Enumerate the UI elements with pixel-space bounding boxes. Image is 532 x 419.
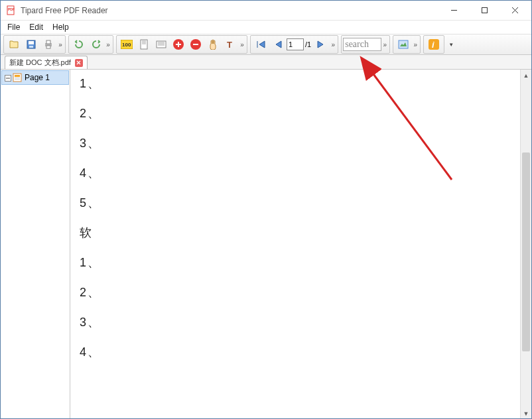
svg-rect-7 <box>29 41 34 44</box>
rotate-left-button[interactable] <box>71 36 87 52</box>
scroll-thumb[interactable] <box>522 152 530 351</box>
zoom-out-button[interactable] <box>188 36 204 52</box>
maximize-button[interactable] <box>469 1 499 20</box>
menu-file[interactable]: File <box>3 22 24 32</box>
svg-text:100: 100 <box>122 42 131 48</box>
hand-tool-button[interactable] <box>205 36 221 52</box>
tree-collapse-icon[interactable] <box>5 74 11 81</box>
page-total-label: /1 <box>304 40 312 48</box>
toolbar-group-info: i <box>423 35 444 54</box>
vertical-scrollbar[interactable]: ▲ ▼ <box>520 70 531 419</box>
fit-width-button[interactable] <box>153 36 169 52</box>
page-number-input[interactable] <box>287 38 304 50</box>
snapshot-button[interactable] <box>395 36 411 52</box>
info-button[interactable]: i <box>426 36 442 52</box>
scroll-up-icon[interactable]: ▲ <box>521 70 531 81</box>
svg-rect-19 <box>399 40 408 48</box>
first-page-button[interactable] <box>253 36 269 52</box>
menubar: File Edit Help <box>1 21 531 34</box>
svg-text:i: i <box>432 40 434 50</box>
sidebar-page-thumbnail[interactable]: Page 1 <box>1 70 69 85</box>
toolbar-group-nav: /1 » <box>250 35 338 54</box>
toolbar-group-snapshot: » <box>393 35 421 54</box>
tabbar: 新建 DOC 文档.pdf <box>1 55 531 70</box>
zoom-100-button[interactable]: 100 <box>119 36 135 52</box>
document-tab[interactable]: 新建 DOC 文档.pdf <box>5 56 88 69</box>
titlebar: PDF Tipard Free PDF Reader <box>1 1 531 21</box>
expander-icon[interactable]: » <box>57 41 64 48</box>
text-select-button[interactable]: T <box>222 36 238 52</box>
minimize-button[interactable] <box>438 1 469 20</box>
print-button[interactable] <box>40 36 56 52</box>
doc-text-line: 4、 <box>80 346 515 358</box>
doc-text-line: 3、 <box>80 137 515 149</box>
doc-text-line: 3、 <box>80 316 515 328</box>
save-button[interactable] <box>23 36 39 52</box>
svg-rect-26 <box>15 78 20 78</box>
app-icon: PDF <box>6 5 17 16</box>
doc-text-line: 5、 <box>80 197 515 209</box>
document-viewer: 1、2、3、4、5、软1、2、3、4、 ▲ ▼ <box>70 70 531 419</box>
menu-edit[interactable]: Edit <box>25 22 47 32</box>
fit-page-button[interactable] <box>136 36 152 52</box>
expander-icon[interactable]: » <box>239 41 245 48</box>
search-input[interactable] <box>343 38 381 51</box>
expander-icon[interactable]: » <box>381 41 388 48</box>
expander-icon[interactable]: » <box>105 41 111 48</box>
prev-page-button[interactable] <box>270 36 286 52</box>
doc-text-line: 4、 <box>80 167 515 179</box>
toolbar: » » 100 T » /1 » » » i ▼ <box>1 34 531 55</box>
doc-text-line: 软 <box>80 227 515 239</box>
close-window-button[interactable] <box>499 1 530 20</box>
doc-text-line: 2、 <box>80 107 515 119</box>
doc-text-line: 1、 <box>80 257 515 269</box>
next-page-button[interactable] <box>313 36 329 52</box>
doc-text-line: 1、 <box>80 78 515 90</box>
tab-label: 新建 DOC 文档.pdf <box>9 58 71 68</box>
tab-close-button[interactable] <box>75 59 83 67</box>
svg-rect-10 <box>46 40 50 44</box>
toolbar-group-search: » <box>341 35 390 54</box>
expander-icon[interactable]: » <box>330 41 336 48</box>
svg-rect-27 <box>15 79 20 80</box>
toolbar-group-rotate: » <box>68 35 113 54</box>
document-page[interactable]: 1、2、3、4、5、软1、2、3、4、 <box>70 70 520 419</box>
content-area: Page 1 1、2、3、4、5、软1、2、3、4、 ▲ ▼ <box>1 70 531 419</box>
svg-text:PDF: PDF <box>8 7 15 11</box>
svg-text:T: T <box>227 40 232 49</box>
page-icon <box>13 73 22 82</box>
toolbar-group-zoom: 100 T » <box>116 35 247 54</box>
svg-rect-3 <box>482 8 487 13</box>
svg-rect-11 <box>46 46 50 48</box>
open-button[interactable] <box>6 36 22 52</box>
sidebar-page-label: Page 1 <box>25 73 50 82</box>
expander-icon[interactable]: » <box>412 41 419 48</box>
toolbar-group-file: » <box>3 35 66 54</box>
window-title: Tipard Free PDF Reader <box>21 6 438 15</box>
svg-rect-8 <box>29 46 33 48</box>
zoom-in-button[interactable] <box>170 36 186 52</box>
toolbar-dropdown-icon[interactable]: ▼ <box>448 42 454 48</box>
svg-rect-25 <box>15 75 20 77</box>
sidebar: Page 1 <box>1 70 70 419</box>
rotate-right-button[interactable] <box>88 36 104 52</box>
doc-text-line: 2、 <box>80 286 515 298</box>
scroll-down-icon[interactable]: ▼ <box>521 408 531 419</box>
menu-help[interactable]: Help <box>48 22 73 32</box>
